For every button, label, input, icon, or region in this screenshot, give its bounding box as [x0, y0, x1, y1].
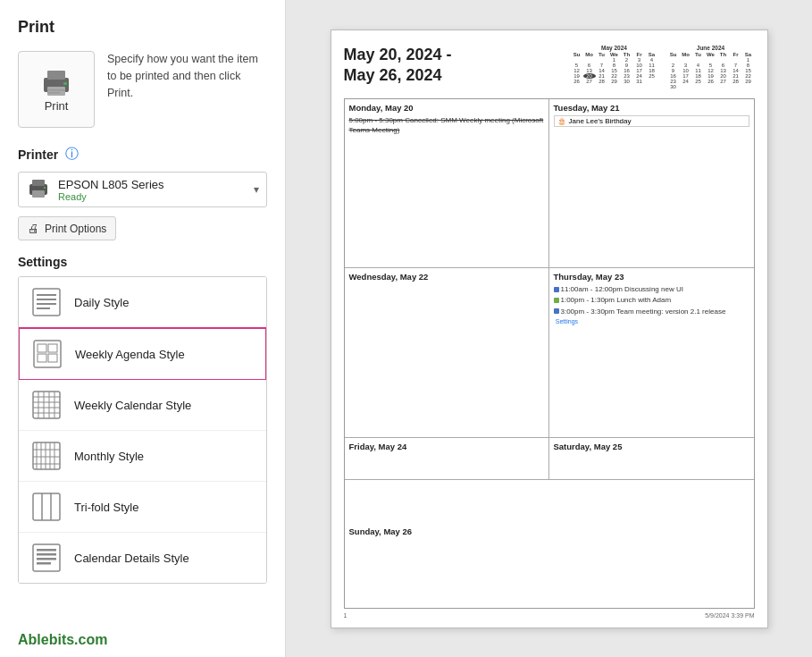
svg-rect-1: [47, 71, 65, 80]
weekly-agenda-style-icon: [30, 337, 64, 371]
event-dot-blue-2: [554, 308, 559, 314]
svg-rect-2: [47, 87, 65, 96]
page-title: Print: [18, 18, 267, 37]
svg-rect-13: [37, 303, 56, 305]
svg-rect-45: [37, 562, 51, 565]
trifold-style-label: Tri-fold Style: [74, 501, 138, 514]
svg-rect-43: [37, 553, 56, 556]
printer-dropdown-icon: [26, 177, 51, 202]
svg-rect-38: [33, 493, 60, 520]
cal-row-1: Monday, May 20 5:00pm - 5:30pm Cancelled…: [345, 99, 754, 269]
daily-style-icon: [29, 285, 63, 319]
daily-style-label: Daily Style: [74, 296, 129, 309]
thursday-event-2: 1:00pm - 1:30pm Lunch with Adam: [554, 295, 749, 305]
settings-item-weekly-agenda[interactable]: Weekly Agenda Style: [18, 327, 267, 381]
cal-cell-sunday: Sunday, May 26: [345, 523, 754, 565]
wednesday-header: Wednesday, May 22: [349, 272, 544, 282]
cal-cell-monday: Monday, May 20 5:00pm - 5:30pm Cancelled…: [345, 99, 549, 268]
mini-cal-june-grid: SuMoTuWeThFrSa 1 2345678 9101112131415 1…: [667, 52, 755, 89]
print-options-label: Print Options: [45, 223, 106, 235]
preview-paper: May 20, 2024 - May 26, 2024 May 2024 SuM…: [331, 29, 768, 628]
svg-rect-4: [47, 89, 65, 91]
calendar-grid: Monday, May 20 5:00pm - 5:30pm Cancelled…: [344, 98, 755, 609]
svg-rect-8: [32, 190, 45, 198]
svg-rect-14: [37, 307, 50, 309]
cal-cell-tuesday: Tuesday, May 21 🎂 Jane Lee's Birthday: [549, 99, 754, 268]
cal-cell-wednesday: Wednesday, May 22: [345, 268, 549, 437]
preview-header: May 20, 2024 - May 26, 2024 May 2024 SuM…: [344, 45, 755, 89]
svg-rect-3: [63, 82, 67, 85]
print-button-label: Print: [45, 99, 69, 113]
svg-rect-42: [37, 549, 56, 552]
printer-info: EPSON L805 Series Ready: [58, 178, 254, 202]
monday-event-1: 5:00pm - 5:30pm Cancelled: SMM Weekly me…: [349, 115, 544, 135]
cal-cell-friday: Friday, May 24: [345, 438, 549, 479]
printer-name: EPSON L805 Series: [58, 178, 254, 191]
info-icon[interactable]: ⓘ: [65, 146, 79, 163]
svg-rect-17: [48, 344, 57, 352]
monday-header: Monday, May 20: [349, 103, 544, 113]
svg-rect-12: [37, 299, 56, 300]
thursday-event-1: 11:00am - 12:00pm Discussing new UI: [554, 284, 749, 294]
cal-cell-thursday: Thursday, May 23 11:00am - 12:00pm Discu…: [549, 268, 754, 437]
monthly-style-icon: [29, 439, 63, 473]
print-description: Specify how you want the item to be prin…: [107, 51, 267, 101]
svg-rect-10: [33, 289, 60, 316]
footer-page: 1: [344, 612, 347, 619]
printer-dropdown[interactable]: EPSON L805 Series Ready ▾: [18, 172, 267, 207]
monthly-style-label: Monthly Style: [74, 450, 144, 463]
svg-rect-9: [44, 187, 46, 189]
branding: Ablebits.com: [18, 621, 267, 648]
print-options-icon: 🖨: [28, 222, 39, 235]
print-section: Print Specify how you want the item to b…: [18, 51, 267, 128]
svg-rect-7: [32, 180, 45, 186]
trifold-style-icon: [29, 490, 63, 524]
printer-large-icon: [38, 67, 74, 99]
preview-footer: 1 5/9/2024 3:39 PM: [344, 612, 755, 619]
friday-header: Friday, May 24: [349, 442, 544, 451]
print-options-button[interactable]: 🖨 Print Options: [18, 216, 116, 240]
mini-cal-may: May 2024 SuMoTuWeThFrSa 1234 567891011 1…: [571, 45, 658, 89]
settings-item-trifold[interactable]: Tri-fold Style: [19, 482, 266, 533]
settings-item-weekly-calendar[interactable]: Weekly Calendar Style: [19, 380, 266, 431]
tuesday-birthday-event: 🎂 Jane Lee's Birthday: [554, 115, 749, 127]
preview-date-line1: May 20, 2024 -: [344, 45, 571, 65]
settings-list: Daily Style Weekly Agenda Style: [18, 276, 267, 584]
right-panel: May 20, 2024 - May 26, 2024 May 2024 SuM…: [286, 0, 812, 657]
cal-row-2: Wednesday, May 22 Thursday, May 23 11:00…: [345, 268, 754, 438]
printer-section-title: Printer: [18, 147, 58, 162]
settings-item-daily[interactable]: Daily Style: [19, 277, 266, 328]
cal-row-3: Friday, May 24 Saturday, May 25 Sunday, …: [345, 438, 754, 608]
svg-rect-19: [48, 354, 57, 362]
cal-cell-saturday: Saturday, May 25: [549, 438, 754, 479]
calendar-details-style-label: Calendar Details Style: [74, 552, 189, 565]
mini-cal-june-title: June 2024: [667, 45, 755, 51]
thursday-header: Thursday, May 23: [554, 272, 749, 282]
settings-section-title: Settings: [18, 255, 267, 269]
mini-cal-june: June 2024 SuMoTuWeThFrSa 1 2345678 91011…: [667, 45, 755, 89]
event-dot-green: [554, 298, 559, 303]
svg-rect-20: [33, 392, 60, 418]
event-dot-blue-1: [554, 287, 559, 292]
svg-rect-44: [37, 558, 56, 560]
print-icon-box[interactable]: Print: [18, 51, 95, 128]
footer-date: 5/9/2024 3:39 PM: [705, 612, 754, 619]
left-panel: Print Print Specify how you want the ite…: [0, 0, 286, 657]
svg-rect-5: [47, 92, 60, 94]
mini-cal-may-grid: SuMoTuWeThFrSa 1234 567891011 1213141516…: [571, 52, 658, 84]
svg-rect-18: [38, 354, 46, 362]
preview-date-line2: May 26, 2024: [344, 65, 571, 86]
sunday-header: Sunday, May 26: [349, 526, 749, 536]
birthday-text: Jane Lee's Birthday: [569, 117, 632, 125]
tuesday-header: Tuesday, May 21: [554, 103, 749, 113]
weekly-calendar-style-label: Weekly Calendar Style: [74, 399, 191, 412]
settings-item-monthly[interactable]: Monthly Style: [19, 431, 266, 482]
calendar-details-style-icon: [29, 541, 63, 575]
settings-item-calendar-details[interactable]: Calendar Details Style: [19, 533, 266, 583]
mini-calendars: May 2024 SuMoTuWeThFrSa 1234 567891011 1…: [571, 45, 755, 89]
svg-rect-16: [38, 344, 46, 352]
preview-date-range: May 20, 2024 - May 26, 2024: [344, 45, 571, 87]
saturday-header: Saturday, May 25: [554, 442, 749, 451]
weekly-calendar-style-icon: [29, 388, 63, 422]
birthday-cake-icon: 🎂: [557, 117, 566, 125]
